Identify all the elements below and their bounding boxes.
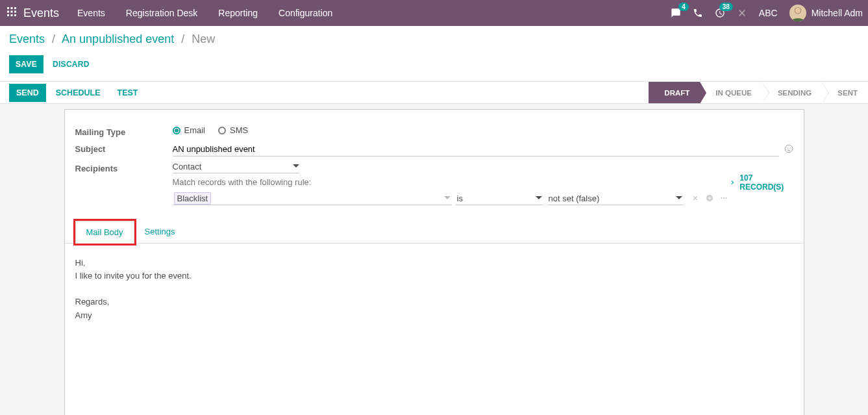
navbar-right: 4 38 ABC Mitchell Adm	[671, 5, 868, 21]
status-bar: SEND SCHEDULE TEST DRAFT IN QUEUE SENDIN…	[0, 82, 868, 104]
step-draft[interactable]: DRAFT	[649, 82, 700, 103]
radio-sms-label: SMS	[230, 125, 248, 135]
add-rule-icon[interactable]	[706, 194, 713, 204]
breadcrumb-sep: /	[181, 32, 184, 45]
test-button[interactable]: TEST	[110, 84, 145, 102]
svg-point-17	[725, 197, 726, 199]
activities-icon[interactable]: 38	[715, 8, 725, 18]
mail-line: I like to invite you for the event.	[75, 270, 793, 283]
subject-input[interactable]	[173, 142, 779, 157]
breadcrumb-parent[interactable]: An unpublished event	[62, 32, 174, 45]
mail-body-editor[interactable]: Hi, I like to invite you for the event. …	[75, 244, 793, 415]
avatar	[789, 5, 806, 21]
menu-events[interactable]: Events	[77, 8, 105, 18]
rule-value-select[interactable]: not set (false)	[547, 192, 684, 205]
radio-sms[interactable]: SMS	[218, 125, 248, 135]
breadcrumb-root[interactable]: Events	[9, 32, 45, 45]
rule-op-value: is	[457, 194, 463, 203]
discard-button[interactable]: DISCARD	[46, 55, 96, 73]
rule-field-tag: Blacklist	[174, 192, 212, 205]
phone-icon[interactable]	[693, 8, 703, 18]
control-bar: Events / An unpublished event / New SAVE…	[0, 26, 868, 82]
db-name: ABC	[759, 8, 778, 18]
rule-operator-select[interactable]: is	[456, 192, 543, 205]
recipients-select[interactable]: Contact	[173, 162, 299, 173]
row-recipients: Recipients Contact Match records with th…	[75, 162, 793, 205]
mail-line: Hi,	[75, 257, 793, 270]
rule-field-select[interactable]: Blacklist	[173, 192, 452, 205]
caret-down-icon	[676, 194, 682, 203]
breadcrumb: Events / An unpublished event / New	[9, 26, 859, 46]
rule-intro: Match records with the following rule:	[173, 177, 728, 187]
breadcrumb-current: New	[192, 32, 215, 45]
svg-rect-6	[7, 14, 9, 16]
breadcrumb-sep: /	[52, 32, 55, 45]
radio-dot-icon	[218, 127, 226, 134]
svg-rect-1	[11, 7, 13, 9]
activities-badge: 38	[719, 3, 733, 11]
recipients-value: Contact	[173, 162, 202, 171]
mail-line: Amy	[75, 309, 793, 322]
row-mailing-type: Mailing Type Email SMS	[75, 125, 793, 137]
form-sheet: Mailing Type Email SMS Subject	[64, 109, 804, 415]
records-link[interactable]: 107 RECORD(S)	[728, 173, 793, 192]
caret-down-icon	[536, 194, 542, 203]
svg-rect-7	[11, 14, 13, 16]
step-in-queue[interactable]: IN QUEUE	[700, 82, 762, 103]
menu-registration-desk[interactable]: Registration Desk	[126, 8, 198, 18]
svg-point-15	[721, 197, 722, 199]
messages-badge: 4	[678, 3, 689, 11]
svg-rect-4	[11, 11, 13, 13]
top-navbar: Events Events Registration Desk Reportin…	[0, 0, 868, 26]
svg-point-13	[789, 147, 790, 148]
caret-down-icon	[293, 162, 299, 171]
svg-point-16	[723, 197, 725, 199]
row-subject: Subject	[75, 142, 793, 157]
form-sheet-wrap: Mailing Type Email SMS Subject	[0, 104, 868, 415]
svg-point-10	[795, 8, 800, 14]
radio-email-label: Email	[184, 125, 206, 135]
tab-mail-body[interactable]: Mail Body	[75, 221, 134, 244]
messages-icon[interactable]: 4	[671, 8, 681, 18]
svg-rect-0	[7, 7, 9, 9]
records-count: 107 RECORD(S)	[739, 173, 793, 192]
svg-rect-5	[14, 11, 16, 13]
more-rule-icon[interactable]	[720, 194, 728, 204]
label-subject: Subject	[75, 142, 173, 154]
status-steps: DRAFT IN QUEUE SENDING SENT	[649, 82, 868, 103]
caret-down-icon	[444, 194, 451, 203]
apps-icon[interactable]	[0, 7, 23, 19]
radio-dot-icon	[173, 127, 180, 134]
save-button[interactable]: SAVE	[9, 55, 43, 73]
menu-reporting[interactable]: Reporting	[218, 8, 258, 18]
user-menu[interactable]: Mitchell Adm	[789, 5, 863, 21]
label-recipients: Recipients	[75, 162, 173, 173]
rule-val-value: not set (false)	[549, 194, 600, 203]
step-sending[interactable]: SENDING	[762, 82, 822, 103]
schedule-button[interactable]: SCHEDULE	[49, 84, 108, 102]
dev-tools-icon[interactable]	[737, 8, 747, 18]
radio-email[interactable]: Email	[173, 125, 206, 135]
svg-point-12	[787, 147, 787, 148]
tabs: Mail Body Settings	[75, 221, 793, 244]
label-mailing-type: Mailing Type	[75, 125, 173, 137]
main-menu: Events Registration Desk Reporting Confi…	[77, 8, 332, 18]
tab-settings[interactable]: Settings	[134, 221, 186, 244]
menu-configuration[interactable]: Configuration	[279, 8, 332, 18]
rule-row: Blacklist is not set (false)	[173, 192, 728, 205]
svg-rect-3	[7, 11, 9, 13]
svg-rect-2	[14, 7, 16, 9]
emoji-icon[interactable]	[784, 144, 793, 155]
mail-line: Regards,	[75, 296, 793, 308]
svg-rect-8	[14, 14, 16, 16]
send-button[interactable]: SEND	[9, 84, 46, 102]
delete-rule-icon[interactable]	[691, 194, 699, 204]
user-name: Mitchell Adm	[812, 8, 863, 18]
svg-point-11	[785, 145, 793, 153]
app-brand[interactable]: Events	[23, 6, 59, 20]
